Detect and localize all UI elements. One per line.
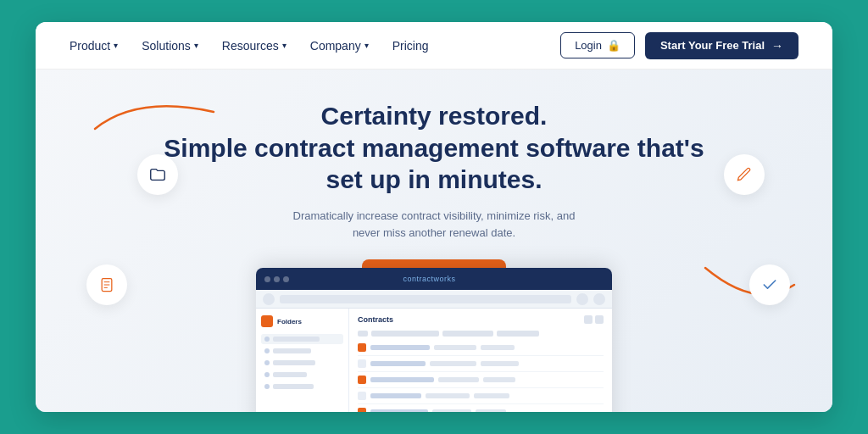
row-bar-1a bbox=[370, 345, 430, 350]
hero-headline-line2: Simple contract management software that… bbox=[164, 134, 704, 162]
col-check bbox=[358, 331, 368, 337]
app-toolbar bbox=[256, 290, 612, 309]
row-bar-4b bbox=[426, 393, 470, 398]
hero-text-block: Certainty restored. Simple contract mana… bbox=[164, 100, 704, 293]
nav-company-label: Company bbox=[310, 39, 361, 53]
trial-button[interactable]: Start Your Free Trial → bbox=[645, 32, 798, 59]
document-icon bbox=[98, 276, 115, 293]
row-icon-5 bbox=[358, 408, 366, 412]
table-row bbox=[358, 388, 604, 404]
nav-actions: Login 🔒 Start Your Free Trial → bbox=[560, 32, 798, 59]
company-chevron-icon: ▾ bbox=[364, 41, 369, 50]
table-column-headers bbox=[358, 331, 604, 337]
sidebar-line-3 bbox=[273, 360, 315, 365]
row-bar-4a bbox=[370, 393, 421, 398]
row-bar-2a bbox=[370, 361, 426, 366]
row-bar-1c bbox=[481, 345, 515, 350]
toolbar-dot3 bbox=[593, 293, 605, 305]
sidebar-header: Folders bbox=[261, 315, 343, 327]
row-bar-3a bbox=[370, 377, 434, 382]
sidebar-line-4 bbox=[273, 372, 307, 377]
nav-pricing-label: Pricing bbox=[392, 39, 429, 53]
product-chevron-icon: ▾ bbox=[114, 41, 118, 50]
login-label: Login bbox=[575, 39, 602, 52]
browser-window: Product ▾ Solutions ▾ Resources ▾ Compan… bbox=[36, 22, 832, 412]
sidebar-row-1[interactable] bbox=[261, 334, 343, 344]
row-icon-4 bbox=[358, 392, 366, 400]
document-icon-circle bbox=[86, 264, 127, 305]
checkmark-icon-circle bbox=[749, 264, 790, 305]
nav-item-pricing[interactable]: Pricing bbox=[392, 39, 429, 53]
toolbar-dot bbox=[263, 293, 275, 305]
sidebar-dot-3 bbox=[264, 360, 270, 365]
main-title-row: Contracts bbox=[358, 315, 604, 324]
sidebar-title: Folders bbox=[277, 318, 302, 326]
row-bar-1b bbox=[434, 345, 476, 350]
nav-resources-label: Resources bbox=[222, 39, 279, 53]
row-icon-3 bbox=[358, 376, 366, 384]
hero-section: Certainty restored. Simple contract mana… bbox=[36, 70, 832, 412]
app-title-bar: contractworks bbox=[256, 268, 612, 290]
sidebar-dot-1 bbox=[264, 337, 270, 342]
nav-item-company[interactable]: Company ▾ bbox=[310, 39, 369, 53]
row-icon-2 bbox=[358, 359, 366, 368]
app-screenshot-mockup: contractworks Folders bbox=[256, 268, 612, 412]
sidebar-row-2[interactable] bbox=[261, 346, 343, 356]
table-row bbox=[358, 372, 604, 388]
row-icon-1 bbox=[358, 343, 366, 352]
sidebar-row-3[interactable] bbox=[261, 358, 343, 368]
hero-headline-line1: Certainty restored. bbox=[321, 102, 548, 130]
nav-product-label: Product bbox=[70, 39, 110, 53]
pencil-icon-circle bbox=[724, 154, 765, 195]
col-status bbox=[497, 331, 539, 337]
pencil-icon bbox=[736, 166, 753, 183]
login-button[interactable]: Login 🔒 bbox=[560, 32, 635, 58]
sidebar-dot-2 bbox=[264, 348, 270, 353]
hero-headline: Certainty restored. Simple contract mana… bbox=[164, 100, 704, 196]
window-dot-3 bbox=[283, 276, 289, 282]
checkmark-icon bbox=[761, 276, 778, 293]
nav-item-resources[interactable]: Resources ▾ bbox=[222, 39, 287, 53]
nav-item-solutions[interactable]: Solutions ▾ bbox=[142, 39, 198, 53]
sidebar-line-2 bbox=[273, 348, 311, 353]
row-bar-5b bbox=[432, 409, 471, 412]
col-date bbox=[442, 331, 493, 337]
sidebar-dot-5 bbox=[264, 384, 270, 389]
app-sidebar: Folders bbox=[256, 309, 349, 412]
col-name bbox=[371, 331, 439, 337]
main-section-title: Contracts bbox=[358, 315, 393, 324]
toolbar-dot2 bbox=[576, 293, 588, 305]
window-dot-2 bbox=[274, 276, 280, 282]
row-bar-3c bbox=[483, 377, 515, 382]
navbar: Product ▾ Solutions ▾ Resources ▾ Compan… bbox=[36, 22, 832, 70]
row-bar-2b bbox=[430, 361, 476, 366]
app-main-content: Contracts bbox=[349, 309, 612, 412]
lock-icon: 🔒 bbox=[607, 39, 620, 52]
row-bar-4c bbox=[474, 393, 509, 398]
table-row bbox=[358, 340, 604, 356]
window-dot-1 bbox=[264, 276, 270, 282]
sidebar-row-4[interactable] bbox=[261, 370, 343, 380]
sidebar-line-5 bbox=[273, 384, 314, 389]
sidebar-folder-icon bbox=[261, 315, 273, 327]
table-row bbox=[358, 404, 604, 412]
main-icon-1 bbox=[584, 315, 593, 324]
solutions-chevron-icon: ▾ bbox=[194, 41, 198, 50]
resources-chevron-icon: ▾ bbox=[282, 41, 287, 50]
nav-solutions-label: Solutions bbox=[142, 39, 191, 53]
hero-headline-line3: set up in minutes. bbox=[326, 165, 542, 193]
row-bar-2c bbox=[481, 361, 519, 366]
sidebar-row-5[interactable] bbox=[261, 381, 343, 392]
toolbar-bar bbox=[280, 295, 571, 303]
row-bar-5c bbox=[476, 409, 506, 412]
trial-label: Start Your Free Trial bbox=[660, 39, 765, 52]
app-brand-text: contractworks bbox=[403, 275, 455, 283]
row-bar-3b bbox=[438, 377, 479, 382]
table-row bbox=[358, 356, 604, 372]
main-toolbar-icons bbox=[584, 315, 604, 324]
nav-item-product[interactable]: Product ▾ bbox=[70, 39, 118, 53]
sidebar-dot-4 bbox=[264, 372, 270, 377]
nav-links: Product ▾ Solutions ▾ Resources ▾ Compan… bbox=[70, 39, 428, 53]
trial-arrow-icon: → bbox=[771, 39, 783, 53]
row-bar-5a bbox=[370, 409, 428, 412]
